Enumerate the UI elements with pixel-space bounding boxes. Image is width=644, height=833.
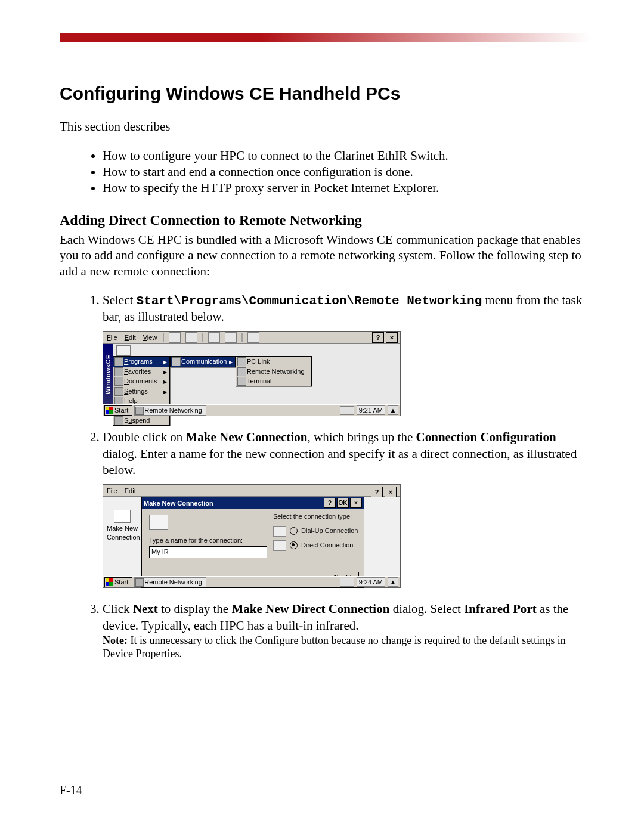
toolbar-divider — [202, 333, 203, 342]
bullet-item: How to configure your HPC to connect to … — [103, 148, 590, 163]
app-icon — [135, 407, 144, 415]
taskbar-clock: 9:21 AM — [357, 405, 385, 415]
direct-icon — [273, 540, 286, 551]
toolbar-icon[interactable] — [225, 332, 237, 343]
tray-icon[interactable] — [340, 406, 354, 415]
toolbar-icon[interactable] — [169, 332, 181, 343]
step3-a: Click — [103, 602, 133, 616]
taskbar-app[interactable]: Remote Networking — [134, 577, 206, 587]
tray-expand-icon[interactable]: ▲ — [388, 405, 398, 415]
start-menu-favorites[interactable]: Favorites — [113, 367, 169, 376]
tray-icon[interactable] — [340, 578, 354, 587]
direct-label: Direct Connection — [301, 541, 353, 549]
dialup-option[interactable]: Dial-Up Connection — [273, 526, 363, 537]
menu-file[interactable]: File — [106, 487, 119, 495]
connection-type-group: Select the connection type: Dial-Up Conn… — [273, 512, 363, 554]
step1-prefix: Select — [103, 293, 137, 307]
connection-name-input[interactable]: My IR — [149, 546, 267, 558]
help-button[interactable]: ? — [372, 332, 384, 343]
start-button[interactable]: Start — [104, 405, 132, 416]
dialog-close-button[interactable]: × — [350, 498, 362, 508]
programs-submenu: Communication — [170, 356, 236, 367]
toolbar-icon[interactable] — [185, 332, 197, 343]
toolbar-divider — [163, 333, 164, 342]
dialog-help-button[interactable]: ? — [324, 498, 336, 508]
help-button[interactable]: ? — [371, 487, 383, 497]
network-icon — [237, 367, 246, 376]
folder-icon — [172, 357, 181, 366]
page-number: F-14 — [60, 784, 82, 797]
step3-b: Next — [133, 602, 158, 616]
submenu-pclink[interactable]: PC Link — [236, 357, 311, 366]
step-item: Click Next to display the Make New Direc… — [103, 601, 590, 661]
submenu-terminal[interactable]: Terminal — [236, 376, 311, 386]
intro-text: This section describes — [60, 119, 590, 134]
make-new-connection-icon[interactable]: Make New Connection — [107, 510, 138, 541]
step3-f: Infrared Port — [464, 602, 537, 616]
step2-a: Double click on — [103, 430, 185, 444]
note-text: Note: It is unnecessary to click the Con… — [103, 634, 590, 661]
screenshot-body: WindowsCE Programs Favorites Documents S… — [103, 344, 400, 416]
radio-unselected[interactable] — [290, 527, 298, 535]
menubar: File Edit ? × — [103, 485, 400, 497]
section-paragraph: Each Windows CE HPC is bundled with a Mi… — [60, 232, 590, 279]
radio-selected[interactable] — [290, 541, 298, 549]
make-new-connection-dialog: Make New Connection ? OK × Type a name f… — [141, 497, 364, 588]
icon-label: Make New Connection — [107, 524, 138, 541]
submenu-communication[interactable]: Communication — [171, 357, 235, 366]
bullet-item: How to start and end a connection once c… — [103, 165, 590, 179]
close-button[interactable]: × — [386, 332, 398, 343]
direct-option[interactable]: Direct Connection — [273, 540, 363, 551]
step2-e: dialog. Enter a name for the new connect… — [103, 447, 577, 477]
screenshot-body: Make New Connection Make New Connection … — [103, 497, 400, 587]
connection-icon — [114, 510, 131, 523]
submenu-arrow-icon — [229, 357, 233, 366]
submenu-arrow-icon — [163, 387, 167, 395]
dialog-ok-button[interactable]: OK — [337, 498, 349, 508]
wince-screenshot-1: FFileile Edit View ? × — [103, 331, 401, 416]
taskbar: Start Remote Networking 9:24 AM ▲ — [103, 576, 400, 587]
step3-e: dialog. Select — [389, 602, 464, 616]
submenu-remote-networking[interactable]: Remote Networking — [236, 367, 311, 376]
suspend-icon — [114, 416, 123, 425]
star-icon — [114, 367, 123, 376]
start-menu-settings[interactable]: Settings — [113, 386, 169, 396]
desktop-icon[interactable] — [116, 345, 131, 356]
step2-c: , which brings up the — [308, 430, 416, 444]
start-menu-documents[interactable]: Documents — [113, 376, 169, 386]
step2-d: Connection Configuration — [416, 430, 556, 444]
pclink-icon — [237, 357, 246, 366]
step1-path: Start\Programs\Communication\Remote Netw… — [137, 294, 482, 308]
document-page: Configuring Windows CE Handheld PCs This… — [0, 0, 644, 833]
start-menu-suspend[interactable]: Suspend — [113, 416, 169, 425]
menu-edit[interactable]: Edit — [123, 333, 137, 342]
dialog-titlebar: Make New Connection ? OK × — [142, 497, 364, 509]
menu-file[interactable]: FFileile — [106, 333, 119, 342]
communication-submenu: PC Link Remote Networking Terminal — [236, 356, 312, 386]
windows-logo-icon — [106, 578, 113, 586]
gear-icon — [114, 387, 123, 396]
taskbar-clock: 9:24 AM — [357, 577, 385, 587]
toolbar-icon[interactable] — [208, 332, 220, 343]
step3-d: Make New Direct Connection — [231, 602, 389, 616]
system-tray: 9:21 AM ▲ — [340, 405, 400, 415]
windows-logo-icon — [106, 407, 113, 414]
step-item: Double click on Make New Connection, whi… — [103, 429, 590, 588]
menu-view[interactable]: View — [142, 333, 159, 342]
toolbar-icon[interactable] — [247, 332, 259, 343]
select-type-label: Select the connection type: — [273, 512, 363, 521]
header-rule — [60, 33, 590, 42]
intro-bullets: How to configure your HPC to connect to … — [60, 148, 590, 196]
taskbar: Start Remote Networking 9:21 AM ▲ — [103, 404, 400, 416]
folder-icon — [114, 357, 123, 366]
note-body: It is unnecessary to click the Configure… — [103, 634, 566, 660]
toolbar-divider — [242, 333, 243, 342]
wince-screenshot-2: File Edit ? × Make New Connection — [103, 484, 401, 588]
start-button[interactable]: Start — [104, 577, 132, 587]
connection-large-icon — [149, 515, 168, 530]
close-button[interactable]: × — [385, 487, 397, 497]
start-menu-programs[interactable]: Programs — [113, 357, 169, 366]
tray-expand-icon[interactable]: ▲ — [388, 577, 398, 587]
taskbar-app[interactable]: Remote Networking — [134, 405, 206, 416]
menu-edit[interactable]: Edit — [123, 487, 137, 495]
